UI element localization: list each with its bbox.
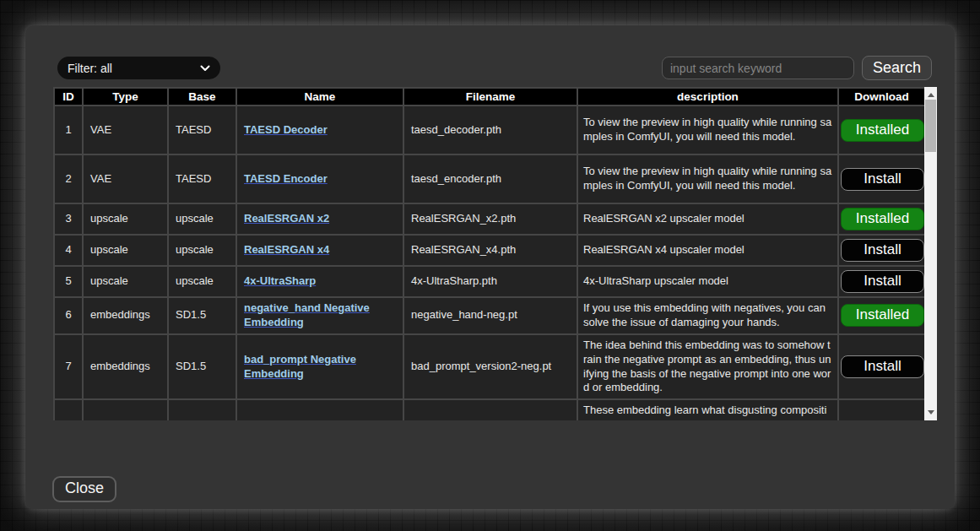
filter-select-value: Filter: all	[68, 62, 112, 75]
cell-name	[236, 399, 403, 420]
cell-base: TAESD	[168, 106, 236, 154]
cell-type: upscale	[83, 235, 168, 266]
cell-filename: taesd_encoder.pth	[403, 154, 577, 203]
scroll-down-icon[interactable]	[928, 410, 934, 415]
cell-type: VAE	[83, 154, 168, 203]
table-row: 5 upscale upscale 4x-UltraSharp 4x-Ultra…	[54, 266, 925, 297]
download-button[interactable]: Install	[841, 239, 924, 262]
cell-download: Install	[838, 235, 925, 266]
cell-download: Install	[838, 334, 925, 400]
filter-select[interactable]: Filter: all	[57, 57, 220, 79]
cell-download: Install	[838, 266, 925, 297]
model-table: ID Type Base Name Filename description D…	[53, 87, 926, 420]
chevron-down-icon	[200, 65, 210, 72]
cell-type: VAE	[83, 106, 168, 154]
download-button[interactable]: Installed	[841, 208, 924, 230]
cell-filename: 4x-UltraSharp.pth	[403, 266, 577, 297]
cell-id: 6	[54, 297, 83, 334]
table-row: 3 upscale upscale RealESRGAN x2 RealESRG…	[54, 203, 925, 235]
table-row: 2 VAE TAESD TAESD Encoder taesd_encoder.…	[54, 154, 925, 203]
cell-id: 5	[54, 266, 83, 297]
cell-description: The idea behind this embedding was to so…	[577, 334, 838, 400]
column-header-name: Name	[236, 88, 403, 106]
model-table-wrap: ID Type Base Name Filename description D…	[53, 87, 937, 420]
search-area: Search	[662, 56, 932, 80]
cell-download: Install	[838, 154, 925, 203]
model-name-link[interactable]: TAESD Encoder	[244, 172, 328, 185]
cell-filename: negative_hand-neg.pt	[403, 297, 577, 334]
cell-download: Installed	[838, 297, 925, 334]
cell-download	[838, 399, 925, 420]
cell-base	[168, 399, 236, 420]
scrollbar-thumb[interactable]	[925, 100, 936, 152]
cell-id: 7	[54, 334, 83, 400]
cell-base: TAESD	[168, 154, 236, 203]
cell-description: If you use this embedding with negatives…	[577, 297, 838, 334]
cell-type	[83, 399, 168, 420]
cell-id: 2	[54, 154, 83, 203]
cell-filename: RealESRGAN_x4.pth	[403, 235, 577, 266]
cell-type: embeddings	[83, 297, 168, 334]
cell-name: bad_prompt Negative Embedding	[236, 334, 403, 400]
cell-description: To view the preview in high quality whil…	[577, 106, 838, 154]
cell-base: SD1.5	[168, 334, 236, 400]
cell-type: upscale	[83, 203, 168, 235]
cell-filename: taesd_decoder.pth	[403, 106, 577, 154]
table-row: These embedding learn what disgusting co…	[54, 399, 925, 420]
cell-filename	[403, 399, 577, 420]
column-header-filename: Filename	[403, 88, 577, 106]
table-scrollbar[interactable]	[924, 87, 937, 420]
column-header-download: Download	[838, 88, 925, 106]
cell-name: TAESD Encoder	[236, 154, 403, 203]
cell-download: Installed	[838, 203, 925, 235]
download-button[interactable]: Install	[841, 355, 924, 378]
search-input[interactable]	[662, 57, 854, 79]
cell-name: RealESRGAN x2	[236, 203, 403, 235]
download-button[interactable]: Installed	[841, 304, 924, 327]
cell-filename: bad_prompt_version2-neg.pt	[403, 334, 577, 400]
cell-id	[54, 399, 83, 420]
cell-description: These embedding learn what disgusting co…	[577, 399, 838, 420]
model-name-link[interactable]: TAESD Decoder	[244, 123, 328, 136]
cell-name: RealESRGAN x4	[236, 235, 403, 266]
cell-base: upscale	[168, 235, 236, 266]
cell-description: To view the preview in high quality whil…	[577, 154, 838, 203]
download-button[interactable]: Install	[841, 270, 924, 293]
cell-description: RealESRGAN x4 upscaler model	[577, 235, 838, 266]
model-name-link[interactable]: RealESRGAN x4	[244, 243, 329, 256]
search-button[interactable]: Search	[862, 56, 932, 80]
download-button[interactable]: Install	[841, 168, 924, 191]
column-header-id: ID	[54, 88, 83, 106]
table-row: 6 embeddings SD1.5 negative_hand Negativ…	[54, 297, 925, 334]
column-header-description: description	[577, 88, 838, 106]
cell-id: 1	[54, 106, 83, 154]
close-button[interactable]: Close	[52, 476, 116, 502]
download-button[interactable]: Installed	[841, 119, 924, 142]
cell-type: upscale	[83, 266, 168, 297]
model-name-link[interactable]: negative_hand Negative Embedding	[244, 301, 370, 328]
model-name-link[interactable]: 4x-UltraSharp	[244, 274, 316, 287]
cell-description: RealESRGAN x2 upscaler model	[577, 203, 838, 235]
table-body: 1 VAE TAESD TAESD Decoder taesd_decoder.…	[54, 106, 925, 420]
scroll-up-icon[interactable]	[928, 93, 934, 97]
model-name-link[interactable]: bad_prompt Negative Embedding	[244, 353, 356, 380]
column-header-base: Base	[168, 88, 236, 106]
cell-name: negative_hand Negative Embedding	[236, 297, 403, 334]
cell-filename: RealESRGAN_x2.pth	[403, 203, 577, 235]
cell-base: upscale	[168, 266, 236, 297]
column-header-type: Type	[83, 88, 168, 106]
cell-id: 4	[54, 235, 83, 266]
table-row: 7 embeddings SD1.5 bad_prompt Negative E…	[54, 334, 925, 400]
cell-download: Installed	[838, 106, 925, 154]
table-row: 1 VAE TAESD TAESD Decoder taesd_decoder.…	[54, 106, 925, 154]
model-name-link[interactable]: RealESRGAN x2	[244, 212, 329, 225]
cell-type: embeddings	[83, 334, 168, 400]
model-manager-dialog: Filter: all Search ID Type Base Name Fil…	[25, 25, 955, 509]
cell-name: 4x-UltraSharp	[236, 266, 403, 297]
cell-base: SD1.5	[168, 297, 236, 334]
cell-name: TAESD Decoder	[236, 106, 403, 154]
cell-id: 3	[54, 203, 83, 235]
cell-base: upscale	[168, 203, 236, 235]
table-header-row: ID Type Base Name Filename description D…	[54, 88, 925, 106]
table-row: 4 upscale upscale RealESRGAN x4 RealESRG…	[54, 235, 925, 266]
